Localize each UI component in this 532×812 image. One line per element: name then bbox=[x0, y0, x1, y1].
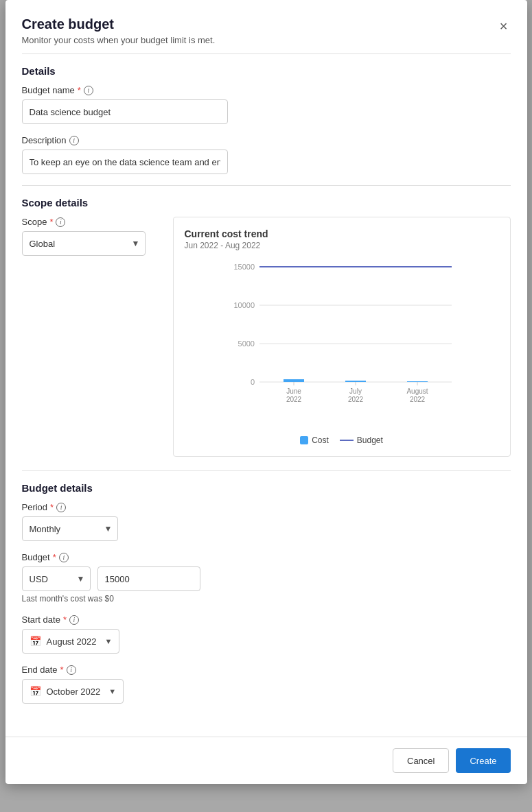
cost-legend-box bbox=[300, 436, 308, 444]
period-required: * bbox=[50, 502, 54, 512]
budget-amount-label: Budget * i bbox=[22, 552, 511, 562]
svg-text:August: August bbox=[406, 387, 428, 395]
end-date-arrow: ▼ bbox=[108, 687, 116, 695]
currency-select-wrapper: USD EUR GBP ▼ bbox=[22, 566, 91, 591]
svg-rect-10 bbox=[345, 381, 366, 382]
period-group: Period * i Monthly Quarterly Annually ▼ bbox=[22, 502, 511, 541]
svg-text:0: 0 bbox=[250, 378, 254, 386]
description-group: Description i bbox=[22, 135, 511, 174]
svg-text:June: June bbox=[286, 387, 301, 395]
scope-section-title: Scope details bbox=[5, 186, 527, 217]
scope-select-wrapper: Global ▼ bbox=[22, 231, 146, 256]
scope-column: Scope * i Global ▼ bbox=[22, 217, 159, 457]
chart-subtitle: Jun 2022 - Aug 2022 bbox=[185, 241, 499, 250]
svg-rect-11 bbox=[407, 381, 428, 382]
svg-text:2022: 2022 bbox=[286, 396, 301, 403]
start-date-info-icon[interactable]: i bbox=[69, 615, 79, 625]
cost-trend-chart: 15000 10000 5000 0 bbox=[185, 259, 499, 423]
end-date-info-icon[interactable]: i bbox=[67, 665, 76, 675]
period-select-wrapper: Monthly Quarterly Annually ▼ bbox=[22, 516, 118, 541]
amount-input[interactable] bbox=[97, 566, 200, 591]
svg-text:July: July bbox=[349, 387, 362, 395]
svg-text:2022: 2022 bbox=[409, 396, 425, 403]
create-budget-modal: Create budget Monitor your costs when yo… bbox=[5, 0, 527, 784]
budget-name-label: Budget name * i bbox=[22, 85, 511, 95]
modal-footer: Cancel Create bbox=[5, 737, 527, 784]
currency-select[interactable]: USD EUR GBP bbox=[22, 566, 91, 591]
budget-amount-group: Budget * i USD EUR GBP ▼ Last mo bbox=[22, 552, 511, 604]
cost-legend-label: Cost bbox=[312, 435, 329, 445]
chart-title: Current cost trend bbox=[185, 228, 499, 239]
chart-legend: Cost Budget bbox=[185, 435, 499, 445]
modal-header: Create budget Monitor your costs when yo… bbox=[5, 0, 527, 53]
start-date-arrow: ▼ bbox=[105, 637, 113, 645]
start-date-group: Start date * i 📅 August 2022 ▼ bbox=[22, 614, 511, 654]
budget-form: Period * i Monthly Quarterly Annually ▼ … bbox=[5, 502, 527, 726]
end-date-picker[interactable]: 📅 October 2022 ▼ bbox=[22, 679, 124, 704]
close-button[interactable]: × bbox=[497, 16, 511, 36]
budget-inline-row: USD EUR GBP ▼ bbox=[22, 566, 511, 591]
budget-info-icon[interactable]: i bbox=[59, 553, 69, 562]
start-date-picker[interactable]: 📅 August 2022 ▼ bbox=[22, 629, 120, 654]
details-form: Budget name * i Description i bbox=[5, 85, 527, 174]
end-date-calendar-icon: 📅 bbox=[30, 686, 41, 697]
create-button[interactable]: Create bbox=[456, 748, 510, 773]
svg-text:10000: 10000 bbox=[233, 301, 255, 309]
cancel-button[interactable]: Cancel bbox=[393, 748, 449, 773]
end-date-label: End date * i bbox=[22, 665, 511, 675]
scope-group: Scope * i Global ▼ bbox=[22, 217, 159, 256]
end-date-required: * bbox=[60, 665, 64, 675]
scope-label: Scope * i bbox=[22, 217, 159, 227]
scope-chart-row: Scope * i Global ▼ Current cost trend Ju… bbox=[5, 217, 527, 457]
svg-text:5000: 5000 bbox=[238, 339, 254, 348]
scope-select[interactable]: Global bbox=[22, 231, 146, 256]
modal-title: Create budget bbox=[22, 16, 216, 32]
scope-required: * bbox=[49, 217, 53, 227]
description-input[interactable] bbox=[22, 150, 228, 174]
period-label: Period * i bbox=[22, 502, 511, 512]
start-date-calendar-icon: 📅 bbox=[30, 636, 41, 647]
end-date-group: End date * i 📅 October 2022 ▼ bbox=[22, 665, 511, 704]
header-text: Create budget Monitor your costs when yo… bbox=[22, 16, 216, 45]
scope-info-icon[interactable]: i bbox=[56, 217, 65, 227]
budget-required: * bbox=[53, 552, 56, 562]
start-date-value: August 2022 bbox=[47, 636, 97, 647]
details-section-title: Details bbox=[5, 54, 527, 85]
chart-column: Current cost trend Jun 2022 - Aug 2022 1… bbox=[173, 217, 511, 457]
description-info-icon[interactable]: i bbox=[69, 136, 79, 145]
svg-text:15000: 15000 bbox=[233, 263, 255, 271]
budget-legend-label: Budget bbox=[357, 435, 383, 445]
description-label: Description i bbox=[22, 135, 511, 145]
required-indicator: * bbox=[78, 85, 81, 95]
budget-details-section-title: Budget details bbox=[5, 471, 527, 502]
svg-rect-9 bbox=[284, 379, 304, 382]
budget-name-group: Budget name * i bbox=[22, 85, 511, 124]
start-date-required: * bbox=[63, 614, 67, 625]
last-month-hint: Last month's cost was $0 bbox=[22, 594, 511, 604]
budget-name-input[interactable] bbox=[22, 99, 228, 124]
legend-cost: Cost bbox=[300, 435, 329, 445]
chart-svg-container: 15000 10000 5000 0 bbox=[185, 259, 499, 430]
start-date-label: Start date * i bbox=[22, 614, 511, 625]
period-info-icon[interactable]: i bbox=[56, 503, 66, 512]
period-select[interactable]: Monthly Quarterly Annually bbox=[22, 516, 118, 541]
svg-text:2022: 2022 bbox=[347, 396, 363, 403]
budget-legend-line bbox=[340, 440, 354, 441]
legend-budget: Budget bbox=[340, 435, 383, 445]
end-date-value: October 2022 bbox=[47, 686, 101, 697]
budget-name-info-icon[interactable]: i bbox=[84, 86, 93, 95]
modal-subtitle: Monitor your costs when your budget limi… bbox=[22, 35, 216, 45]
